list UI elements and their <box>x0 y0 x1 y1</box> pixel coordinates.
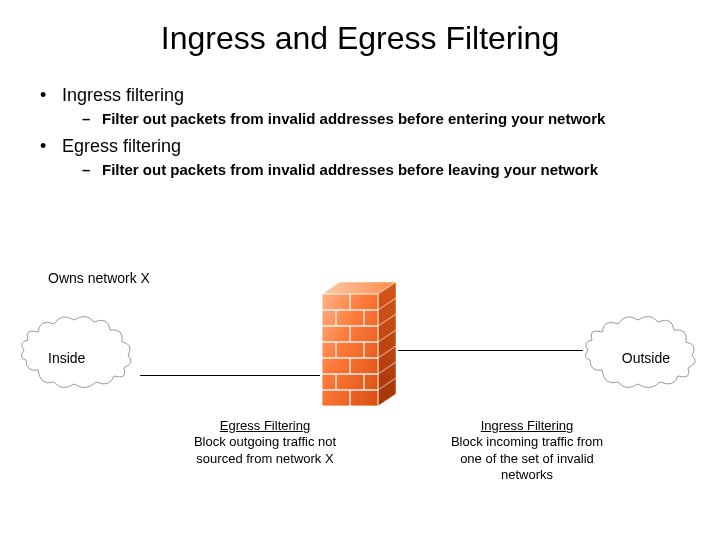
network-diagram: Owns network X Inside Outside <box>0 270 720 540</box>
slide-title: Ingress and Egress Filtering <box>0 20 720 57</box>
egress-line2: sourced from network X <box>196 451 333 466</box>
connection-line-left <box>140 375 320 376</box>
bullet-ingress: Ingress filtering <box>40 85 680 106</box>
bullet-egress: Egress filtering <box>40 136 680 157</box>
owns-network-label: Owns network X <box>48 270 150 286</box>
subbullet-ingress: Filter out packets from invalid addresse… <box>82 110 680 128</box>
inside-label: Inside <box>48 350 85 366</box>
svg-marker-1 <box>378 282 396 406</box>
egress-line1: Block outgoing traffic not <box>194 434 336 449</box>
subbullet-egress: Filter out packets from invalid addresse… <box>82 161 680 179</box>
egress-caption: Egress Filtering Block outgoing traffic … <box>170 418 360 467</box>
ingress-line3: networks <box>501 467 553 482</box>
ingress-line2: one of the set of invalid <box>460 451 594 466</box>
bullet-list: Ingress filtering Filter out packets fro… <box>0 85 720 179</box>
ingress-heading: Ingress Filtering <box>481 418 573 433</box>
ingress-line1: Block incoming traffic from <box>451 434 603 449</box>
ingress-caption: Ingress Filtering Block incoming traffic… <box>432 418 622 483</box>
firewall-icon <box>320 280 400 410</box>
outside-label: Outside <box>622 350 670 366</box>
connection-line-right <box>398 350 583 351</box>
egress-heading: Egress Filtering <box>220 418 310 433</box>
svg-rect-2 <box>322 294 378 406</box>
